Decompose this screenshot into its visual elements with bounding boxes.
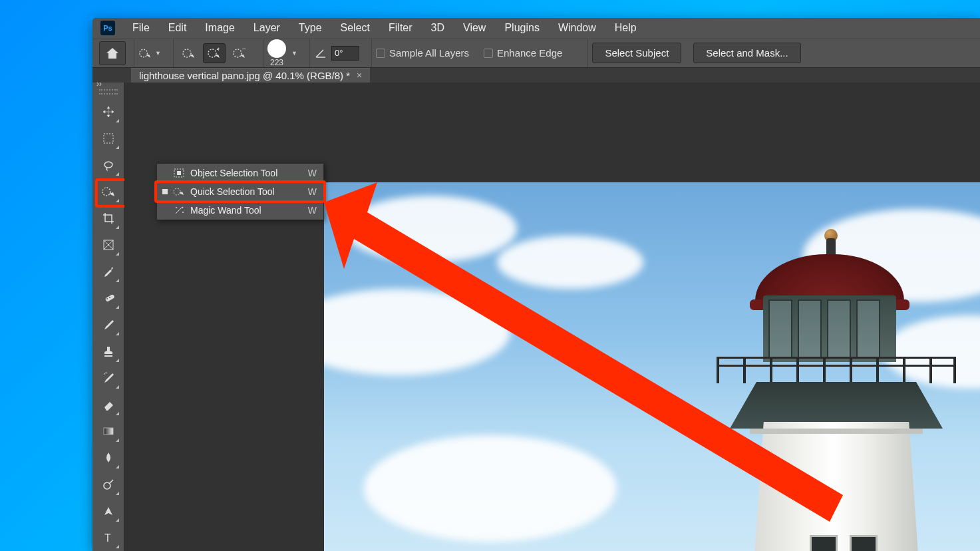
- brush-size-label: 223: [270, 58, 283, 67]
- svg-point-2: [208, 49, 216, 57]
- tool-preset-group: ▼: [134, 39, 165, 67]
- action-buttons-group: Select Subject Select and Mask...: [587, 39, 804, 67]
- svg-text:−: −: [242, 47, 246, 53]
- tool-gradient[interactable]: [96, 419, 120, 443]
- workspace: T: [92, 83, 980, 551]
- blur-icon: [102, 451, 114, 464]
- sample-all-layers-checkbox[interactable]: Sample All Layers: [376, 47, 469, 59]
- menu-type[interactable]: Type: [291, 19, 330, 37]
- subtract-selection-icon: −: [232, 47, 247, 59]
- flyout-item-quick-selection[interactable]: Quick Selection Tool W: [157, 182, 323, 201]
- menu-file[interactable]: File: [124, 19, 158, 37]
- quick-selection-icon: [138, 47, 152, 59]
- svg-rect-6: [104, 134, 113, 143]
- menu-view[interactable]: View: [455, 19, 494, 37]
- enhance-edge-label: Enhance Edge: [497, 47, 562, 59]
- svg-text:+: +: [217, 47, 220, 53]
- magic-wand-icon: [173, 206, 185, 215]
- svg-point-1: [183, 49, 191, 57]
- tool-move[interactable]: [96, 100, 120, 124]
- subtract-from-selection-button[interactable]: −: [228, 43, 251, 63]
- menu-3d[interactable]: 3D: [423, 19, 452, 37]
- lighthouse-railing: [717, 357, 956, 383]
- svg-point-4: [234, 49, 242, 57]
- pen-icon: [102, 504, 115, 518]
- gradient-icon: [102, 425, 114, 437]
- object-selection-icon: [173, 168, 185, 178]
- menu-select[interactable]: Select: [333, 19, 378, 37]
- tool-frame[interactable]: [96, 233, 120, 257]
- menu-edit[interactable]: Edit: [160, 19, 195, 37]
- tool-type[interactable]: T: [96, 526, 120, 550]
- menu-image[interactable]: Image: [197, 19, 242, 37]
- angle-group: [309, 39, 363, 67]
- tool-stamp[interactable]: [96, 339, 120, 363]
- close-icon[interactable]: ×: [357, 70, 362, 81]
- lighthouse-window: [850, 535, 878, 551]
- menu-filter[interactable]: Filter: [381, 19, 420, 37]
- crop-icon: [102, 212, 115, 225]
- tool-brush[interactable]: [96, 313, 120, 337]
- tool-lasso[interactable]: [96, 153, 120, 177]
- lighthouse-body: [750, 422, 923, 551]
- type-icon: T: [102, 532, 114, 544]
- svg-line-16: [109, 480, 113, 484]
- home-button[interactable]: [99, 41, 126, 65]
- enhance-edge-checkbox[interactable]: Enhance Edge: [484, 47, 562, 59]
- frame-icon: [102, 238, 115, 252]
- tool-marquee[interactable]: [96, 126, 120, 150]
- tool-blur[interactable]: [96, 446, 120, 470]
- menu-layer[interactable]: Layer: [245, 19, 288, 37]
- svg-point-0: [140, 49, 147, 57]
- expand-panels-icon[interactable]: ››: [96, 79, 102, 89]
- menu-help[interactable]: Help: [607, 19, 645, 37]
- flyout-item-object-selection[interactable]: Object Selection Tool W: [157, 164, 323, 182]
- tool-healing[interactable]: [96, 286, 120, 310]
- flyout-item-magic-wand[interactable]: Magic Wand Tool W: [157, 201, 323, 220]
- history-brush-icon: [102, 371, 115, 385]
- move-icon: [102, 105, 115, 118]
- document-image: [324, 182, 980, 551]
- tool-dodge[interactable]: [96, 472, 120, 496]
- tools-panel: T: [92, 83, 124, 551]
- flyout-item-label: Magic Wand Tool: [190, 205, 261, 216]
- flyout-item-shortcut: W: [308, 205, 317, 216]
- brush-circle-icon: [267, 39, 286, 58]
- flyout-item-label: Object Selection Tool: [190, 168, 277, 178]
- flyout-item-shortcut: W: [308, 168, 317, 178]
- canvas[interactable]: Object Selection Tool W Quick Selection …: [124, 83, 980, 551]
- menubar: Ps File Edit Image Layer Type Select Fil…: [92, 18, 980, 39]
- current-tool-marker: [162, 189, 168, 194]
- tool-eraser[interactable]: [96, 393, 120, 417]
- svg-rect-19: [177, 171, 181, 175]
- select-and-mask-button[interactable]: Select and Mask...: [693, 43, 800, 63]
- brush-icon: [102, 318, 115, 331]
- select-subject-button[interactable]: Select Subject: [592, 43, 681, 63]
- svg-point-20: [174, 188, 180, 195]
- tool-quick-selection[interactable]: [96, 180, 120, 204]
- app-window: Ps File Edit Image Layer Type Select Fil…: [92, 18, 980, 551]
- tool-preset-picker[interactable]: ▼: [138, 43, 161, 63]
- angle-input[interactable]: [331, 46, 359, 61]
- menu-window[interactable]: Window: [550, 19, 604, 37]
- document-tab[interactable]: lighthouse vertical pano.jpg @ 40.1% (RG…: [131, 68, 370, 83]
- menu-plugins[interactable]: Plugins: [496, 19, 547, 37]
- svg-point-7: [102, 188, 110, 196]
- eraser-icon: [102, 398, 115, 411]
- tool-eyedropper[interactable]: [96, 260, 120, 283]
- lighthouse-band: [750, 429, 923, 434]
- brush-preview[interactable]: 223: [267, 39, 286, 67]
- quick-selection-icon: [173, 187, 185, 196]
- tool-history-brush[interactable]: [96, 366, 120, 390]
- add-to-selection-button[interactable]: +: [203, 43, 226, 63]
- drag-handle-icon[interactable]: [99, 89, 118, 94]
- tool-pen[interactable]: [96, 499, 120, 523]
- svg-rect-14: [104, 428, 113, 435]
- document-tab-bar: lighthouse vertical pano.jpg @ 40.1% (RG…: [92, 67, 980, 83]
- tool-crop[interactable]: [96, 206, 120, 230]
- document-tab-title: lighthouse vertical pano.jpg @ 40.1% (RG…: [139, 70, 350, 81]
- new-selection-button[interactable]: [178, 43, 200, 63]
- lighthouse-window: [810, 535, 838, 551]
- sample-all-layers-label: Sample All Layers: [389, 47, 469, 59]
- chevron-down-icon[interactable]: ▼: [291, 50, 297, 57]
